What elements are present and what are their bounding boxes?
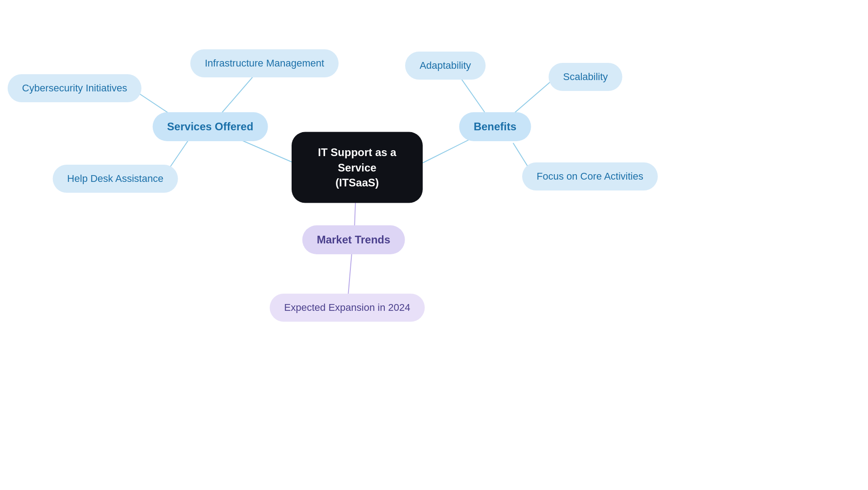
cybersecurity-initiatives-node[interactable]: Cybersecurity Initiatives [8, 74, 142, 102]
benefits-node[interactable]: Benefits [459, 112, 531, 141]
center-node[interactable]: IT Support as a Service(ITSaaS) [292, 132, 423, 203]
infrastructure-management-node[interactable]: Infrastructure Management [190, 49, 339, 77]
svg-line-9 [348, 253, 352, 296]
expected-expansion-node[interactable]: Expected Expansion in 2024 [270, 294, 425, 322]
help-desk-assistance-node[interactable]: Help Desk Assistance [53, 165, 178, 193]
focus-core-activities-node[interactable]: Focus on Core Activities [522, 162, 658, 190]
market-trends-node[interactable]: Market Trends [302, 225, 405, 254]
services-offered-node[interactable]: Services Offered [153, 112, 268, 141]
adaptability-node[interactable]: Adaptability [405, 52, 486, 80]
scalability-node[interactable]: Scalability [548, 63, 622, 91]
